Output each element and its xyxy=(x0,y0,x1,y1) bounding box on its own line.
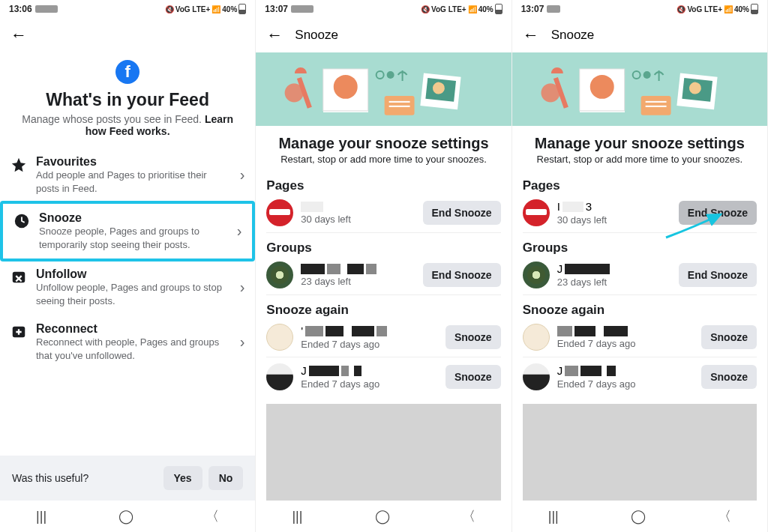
clock: 13:07 xyxy=(265,4,288,14)
group-entry[interactable]: J 23 days left End Snooze xyxy=(523,256,757,295)
header-title: Snooze xyxy=(295,28,338,43)
section-snooze-again: Snooze again xyxy=(523,303,757,318)
svg-point-22 xyxy=(643,71,650,79)
setting-reconnect[interactable]: Reconnect Reconnect with people, Pages a… xyxy=(0,315,255,369)
status-bar: 13:06 🔇VoG LTE+📶40% xyxy=(0,0,255,18)
illustration xyxy=(512,52,767,126)
reconnect-icon xyxy=(10,324,27,340)
snooze-again-entry[interactable]: ' Ended 7 days ago Snooze xyxy=(266,318,500,357)
screen-feed-settings: 13:06 🔇VoG LTE+📶40% ← What's in your Fee… xyxy=(0,0,256,532)
snooze-button[interactable]: Snooze xyxy=(446,365,501,389)
avatar xyxy=(523,324,550,351)
status-icons: 🔇VoG LTE+📶40% xyxy=(676,4,758,14)
clock-icon xyxy=(14,213,30,229)
illustration xyxy=(256,52,511,126)
section-groups: Groups xyxy=(266,241,500,256)
setting-snooze[interactable]: Snooze Snooze people, Pages and groups t… xyxy=(0,201,255,262)
avatar xyxy=(523,363,550,390)
status-redacted xyxy=(291,5,314,13)
back-button-nav[interactable]: 〈 xyxy=(206,507,219,525)
back-button[interactable]: ← xyxy=(266,25,283,45)
snooze-subtitle: Restart, stop or add more time to your s… xyxy=(520,154,760,165)
svg-rect-1 xyxy=(13,272,26,283)
end-snooze-button[interactable]: End Snooze xyxy=(423,201,501,225)
entry-name xyxy=(301,264,415,274)
empty-area xyxy=(266,404,500,501)
chevron-right-icon: › xyxy=(240,279,245,296)
status-redacted xyxy=(35,5,58,13)
end-snooze-button[interactable]: End Snooze xyxy=(679,263,757,287)
empty-area xyxy=(523,404,757,501)
svg-point-11 xyxy=(376,71,384,79)
helpful-bar: Was this useful? Yes No xyxy=(0,456,255,501)
yes-button[interactable]: Yes xyxy=(164,466,202,490)
entry-name xyxy=(557,326,694,336)
status-redacted xyxy=(547,5,560,13)
entry-name: ' xyxy=(301,324,438,337)
entry-name: I 3 xyxy=(557,200,671,213)
entry-name: J xyxy=(557,262,671,275)
setting-unfollow[interactable]: Unfollow Unfollow people, Pages and grou… xyxy=(0,260,255,315)
svg-point-4 xyxy=(334,75,358,99)
chevron-right-icon: › xyxy=(237,223,242,240)
svg-point-14 xyxy=(590,75,614,99)
avatar xyxy=(523,262,550,288)
chevron-right-icon: › xyxy=(240,166,245,184)
avatar xyxy=(266,199,293,226)
star-icon xyxy=(10,157,27,173)
back-button-nav[interactable]: 〈 xyxy=(462,507,476,525)
no-button[interactable]: No xyxy=(208,466,244,490)
snooze-again-entry[interactable]: J Ended 7 days ago Snooze xyxy=(266,357,500,396)
home-button[interactable]: ◯ xyxy=(375,508,390,525)
status-bar: 13:07 🔇VoG LTE+📶40% xyxy=(512,0,767,18)
end-snooze-button[interactable]: End Snooze xyxy=(423,263,501,287)
home-button[interactable]: ◯ xyxy=(118,508,134,525)
helpful-text: Was this useful? xyxy=(12,472,88,484)
snooze-button[interactable]: Snooze xyxy=(701,325,757,349)
entry-name: J xyxy=(557,364,694,377)
group-entry[interactable]: 23 days left End Snooze xyxy=(266,256,500,295)
snooze-button[interactable]: Snooze xyxy=(446,325,501,349)
status-icons: 🔇VoG LTE+📶40% xyxy=(165,4,247,14)
clock: 13:06 xyxy=(9,4,32,14)
avatar xyxy=(523,199,550,226)
unfollow-icon xyxy=(10,269,27,285)
setting-favourites[interactable]: Favourites Add people and Pages to prior… xyxy=(0,148,255,202)
end-snooze-button[interactable]: End Snooze xyxy=(679,201,757,225)
screen-snooze-highlighted: 13:07 🔇VoG LTE+📶40% ← Snooze Manage you xyxy=(512,0,768,532)
screen-snooze: 13:07 🔇VoG LTE+📶40% ← Snooze Manage you xyxy=(256,0,512,532)
recents-button[interactable]: ||| xyxy=(292,509,302,525)
snooze-subtitle: Restart, stop or add more time to your s… xyxy=(263,154,503,165)
avatar xyxy=(266,262,293,288)
recents-button[interactable]: ||| xyxy=(36,509,46,525)
page-title: What's in your Feed xyxy=(15,90,240,110)
snooze-again-entry[interactable]: J Ended 7 days ago Snooze xyxy=(523,357,757,396)
avatar xyxy=(266,324,293,351)
recents-button[interactable]: ||| xyxy=(548,509,559,525)
section-snooze-again: Snooze again xyxy=(266,303,500,318)
status-icons: 🔇VoG LTE+📶40% xyxy=(421,4,502,14)
clock: 13:07 xyxy=(521,4,544,14)
section-groups: Groups xyxy=(523,241,757,256)
snooze-button[interactable]: Snooze xyxy=(701,365,757,389)
chevron-right-icon: › xyxy=(240,333,245,351)
status-bar: 13:07 🔇VoG LTE+📶40% xyxy=(256,0,511,18)
android-nav: ||| ◯ 〈 xyxy=(256,501,511,532)
snooze-title: Manage your snooze settings xyxy=(520,135,760,152)
back-button[interactable]: ← xyxy=(10,25,27,45)
page-entry[interactable]: I 3 30 days left End Snooze xyxy=(523,193,757,233)
home-button[interactable]: ◯ xyxy=(631,508,646,525)
header-title: Snooze xyxy=(551,28,595,43)
back-button-nav[interactable]: 〈 xyxy=(718,507,731,525)
back-button[interactable]: ← xyxy=(523,25,539,45)
section-pages: Pages xyxy=(523,178,757,193)
entry-name: J xyxy=(301,364,438,377)
android-nav: ||| ◯ 〈 xyxy=(0,501,255,532)
avatar xyxy=(266,363,293,390)
section-pages: Pages xyxy=(266,178,500,193)
page-subtitle: Manage whose posts you see in Feed. Lear… xyxy=(15,113,240,137)
android-nav: ||| ◯ 〈 xyxy=(512,501,767,532)
snooze-title: Manage your snooze settings xyxy=(263,135,503,152)
snooze-again-entry[interactable]: Ended 7 days ago Snooze xyxy=(523,318,757,357)
page-entry[interactable]: 30 days left End Snooze xyxy=(266,193,500,233)
